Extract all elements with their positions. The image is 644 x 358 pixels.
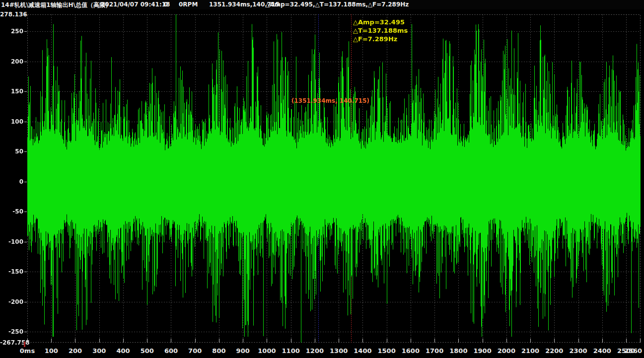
vibration-analysis-window: 14#轧机\减速箱1轴输出H\总值（高频） 2021/04/07 09:41:1…: [0, 0, 644, 358]
y-tick-label: -50: [0, 209, 23, 215]
x-tick-label: 1200: [304, 347, 326, 355]
y-tick-label: -250: [0, 329, 23, 335]
delta-amp-label: △Amp=32.495: [353, 18, 408, 26]
x-tick-label: 400: [112, 347, 134, 355]
y-tick-label: 150: [0, 88, 23, 94]
status-header-bar: 14#轧机\减速箱1轴输出H\总值（高频） 2021/04/07 09:41:1…: [0, 0, 644, 9]
y-tick-label: 278.136: [0, 11, 23, 17]
y-tick-mark: [24, 212, 27, 212]
x-tick-label: 1000: [256, 347, 278, 355]
x-tick-label: 2300: [568, 347, 589, 355]
x-tick-label: 2100: [519, 347, 541, 355]
x-tick-label: 1100: [280, 347, 302, 355]
x-tick-label: 100: [40, 347, 62, 355]
y-tick-mark: [24, 91, 27, 92]
y-tick-label: 50: [0, 148, 23, 154]
x-tick-label: 2400: [591, 347, 613, 355]
rpm-label: 0RPM: [179, 1, 198, 8]
y-tick-mark: [24, 182, 27, 182]
x-tick-label: 1800: [447, 347, 469, 355]
timestamp-label: 2021/04/07 09:41:18: [101, 1, 170, 8]
waveform-canvas[interactable]: [27, 14, 641, 343]
y-tick-label: -100: [0, 239, 23, 245]
counter-label: 0: [164, 1, 168, 8]
delta-t-label: △T=137.188ms: [353, 26, 408, 35]
axis-corner-cursor-marker: [24, 342, 25, 347]
waveform-plot-area[interactable]: [27, 14, 641, 343]
x-tick-label: 900: [232, 347, 254, 355]
y-tick-mark: [24, 302, 27, 302]
x-tick-label: 300: [88, 347, 110, 355]
x-tick-label: 1400: [352, 347, 373, 355]
x-tick-label: 200: [64, 347, 86, 355]
y-tick-mark: [24, 151, 27, 152]
x-tick-label: 600: [160, 347, 182, 355]
y-tick-mark: [24, 62, 27, 62]
x-tick-label: 500: [136, 347, 158, 355]
delta-readout-label: △Amp=32.495,△T=137.188ms,△F=7.289Hz: [265, 1, 409, 8]
x-tick-label: 700: [184, 347, 206, 355]
x-tick-label: 1700: [424, 347, 445, 355]
y-tick-mark: [24, 242, 27, 242]
y-tick-mark: [24, 122, 27, 122]
cursor-point-label: (1351.934ms, 140.715): [291, 97, 369, 104]
x-tick-label: 1500: [376, 347, 398, 355]
x-tick-label: 1900: [472, 347, 494, 355]
y-tick-label: 250: [0, 28, 23, 34]
y-tick-label: 100: [0, 119, 23, 125]
x-tick-label: 1600: [400, 347, 422, 355]
x-tick-label: 1300: [328, 347, 350, 355]
x-tick-label: 2560: [622, 347, 644, 355]
x-tick-label: 0ms: [16, 347, 38, 355]
x-tick-label: 800: [208, 347, 230, 355]
y-tick-mark: [24, 31, 27, 32]
x-tick-label: 2200: [543, 347, 565, 355]
x-tick-label: 2000: [496, 347, 517, 355]
y-tick-mark: [24, 272, 27, 272]
y-tick-label: -200: [0, 299, 23, 305]
delta-annotation-block: △Amp=32.495 △T=137.188ms △F=7.289Hz: [353, 18, 408, 43]
y-tick-label: 200: [0, 59, 23, 65]
y-tick-label: 0: [0, 179, 23, 185]
delta-f-label: △F=7.289Hz: [353, 35, 408, 43]
y-tick-mark: [24, 332, 27, 332]
channel-path-label: 14#轧机\减速箱1轴输出H\总值（高频）: [1, 1, 111, 9]
y-tick-label: -267.758: [0, 340, 23, 346]
y-tick-label: -150: [0, 269, 23, 275]
y-tick-mark: [24, 14, 27, 15]
